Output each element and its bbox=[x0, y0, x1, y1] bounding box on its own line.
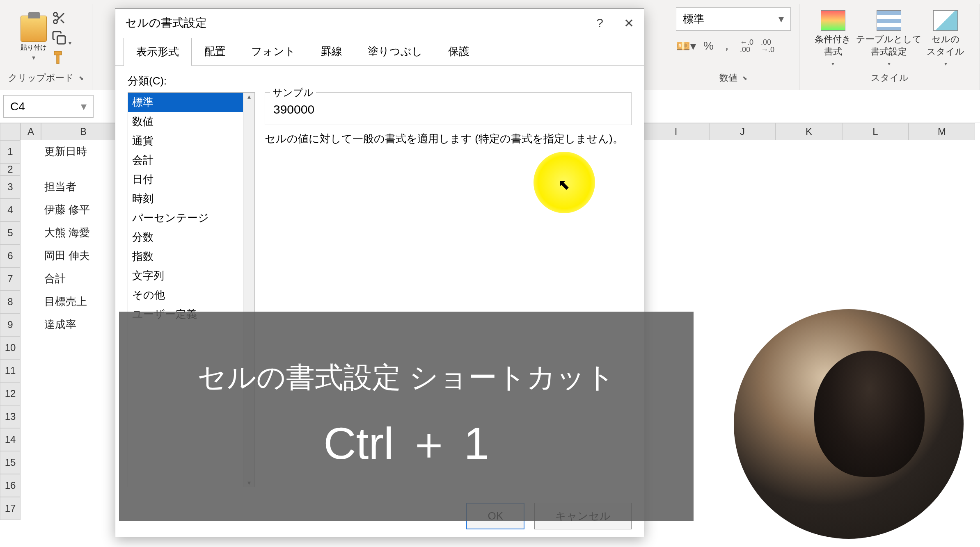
category-item[interactable]: 分数 bbox=[128, 228, 243, 247]
category-item[interactable]: パーセンテージ bbox=[128, 208, 243, 228]
svg-point-1 bbox=[54, 20, 57, 23]
row-header[interactable]: 2 bbox=[0, 163, 21, 175]
close-button[interactable]: ✕ bbox=[624, 16, 634, 30]
column-header[interactable]: B bbox=[41, 123, 126, 140]
category-item[interactable]: 会計 bbox=[128, 150, 243, 170]
ribbon-group-styles: 条件付き 書式 ▾ テーブルとして 書式設定 ▾ セルの スタイル ▾ スタイル bbox=[799, 4, 980, 90]
comma-button[interactable]: ， bbox=[721, 38, 733, 54]
svg-point-0 bbox=[54, 12, 57, 16]
decrease-decimal-button[interactable]: .00→.0 bbox=[761, 39, 774, 53]
row-header[interactable]: 13 bbox=[0, 405, 21, 428]
row-header[interactable]: 4 bbox=[0, 198, 21, 221]
ribbon-group-number: 標準 ▾ 💴▾ % ， ←.0.00 .00→.0 数値 ⬊ bbox=[668, 4, 799, 90]
number-format-dropdown[interactable]: 標準 ▾ bbox=[676, 7, 791, 31]
tab-number-format[interactable]: 表示形式 bbox=[124, 38, 192, 66]
row-header[interactable]: 17 bbox=[0, 497, 21, 520]
currency-button[interactable]: 💴▾ bbox=[676, 39, 696, 53]
tab-fill[interactable]: 塗りつぶし bbox=[355, 37, 435, 65]
category-item[interactable]: 標準 bbox=[128, 93, 243, 112]
row-header[interactable]: 6 bbox=[0, 244, 21, 267]
chevron-down-icon: ▾ bbox=[944, 60, 947, 67]
column-header[interactable]: K bbox=[776, 123, 842, 140]
row-header[interactable]: 5 bbox=[0, 221, 21, 244]
row-header[interactable]: 9 bbox=[0, 313, 21, 336]
format-description: セルの値に対して一般の書式を適用します (特定の書式を指定しません)。 bbox=[265, 132, 632, 146]
row-header[interactable]: 1 bbox=[0, 140, 21, 163]
format-painter-button[interactable] bbox=[52, 50, 71, 66]
number-format-selected: 標準 bbox=[683, 12, 704, 26]
category-label: 分類(C): bbox=[128, 74, 632, 88]
cell[interactable]: 合計 bbox=[41, 267, 69, 290]
tab-alignment[interactable]: 配置 bbox=[192, 37, 238, 65]
chevron-down-icon: ▾ bbox=[831, 60, 834, 67]
ribbon-group-clipboard: 貼り付け ▾ ▾ クリップボード ⬊ bbox=[0, 4, 92, 90]
tab-border[interactable]: 罫線 bbox=[308, 37, 355, 65]
increase-decimal-button[interactable]: ←.0.00 bbox=[740, 39, 753, 53]
row-header[interactable]: 10 bbox=[0, 336, 21, 359]
select-all-corner[interactable] bbox=[0, 123, 21, 140]
cell[interactable]: 大熊 海愛 bbox=[41, 221, 93, 244]
column-header[interactable]: M bbox=[909, 123, 975, 140]
dialog-titlebar[interactable]: セルの書式設定 ? ✕ bbox=[115, 9, 644, 37]
paste-button[interactable]: 貼り付け ▾ bbox=[21, 16, 47, 62]
sample-frame: サンプル 390000 bbox=[265, 92, 632, 125]
styles-group-label: スタイル bbox=[871, 72, 909, 84]
dialog-tabs: 表示形式 配置 フォント 罫線 塗りつぶし 保護 bbox=[115, 37, 644, 66]
column-header[interactable]: J bbox=[709, 123, 776, 140]
cell[interactable]: 目標売上 bbox=[41, 290, 90, 313]
row-header[interactable]: 11 bbox=[0, 359, 21, 382]
row-header[interactable]: 16 bbox=[0, 474, 21, 497]
cell[interactable]: 伊藤 修平 bbox=[41, 198, 93, 221]
chevron-down-icon: ▾ bbox=[32, 54, 35, 62]
column-header[interactable]: I bbox=[643, 123, 709, 140]
category-item[interactable]: 時刻 bbox=[128, 189, 243, 208]
caption-line2: Ctrl ＋ 1 bbox=[323, 413, 489, 474]
chevron-down-icon: ▾ bbox=[888, 60, 891, 67]
column-header[interactable]: L bbox=[842, 123, 909, 140]
cell[interactable]: 岡田 伸夫 bbox=[41, 244, 93, 267]
sample-value: 390000 bbox=[273, 99, 623, 116]
table-icon bbox=[877, 10, 901, 31]
clipboard-launcher-icon[interactable]: ⬊ bbox=[79, 75, 84, 81]
help-button[interactable]: ? bbox=[596, 16, 603, 30]
row-header[interactable]: 3 bbox=[0, 175, 21, 198]
name-box[interactable]: C4 ▾ bbox=[3, 95, 94, 118]
row-header[interactable]: 7 bbox=[0, 267, 21, 290]
category-item[interactable]: 指数 bbox=[128, 247, 243, 266]
copy-button[interactable]: ▾ bbox=[52, 30, 71, 47]
conditional-format-icon bbox=[821, 10, 845, 31]
number-launcher-icon[interactable]: ⬊ bbox=[742, 75, 747, 81]
cell[interactable]: 更新日時 bbox=[41, 140, 90, 163]
cut-button[interactable] bbox=[52, 11, 71, 27]
number-group-label: 数値 bbox=[719, 72, 737, 84]
cell[interactable]: 達成率 bbox=[41, 313, 80, 336]
column-header[interactable]: A bbox=[21, 123, 41, 140]
tab-protection[interactable]: 保護 bbox=[435, 37, 482, 65]
chevron-down-icon: ▾ bbox=[81, 100, 87, 113]
tab-font[interactable]: フォント bbox=[238, 37, 308, 65]
row-header[interactable]: 8 bbox=[0, 290, 21, 313]
sample-label: サンプル bbox=[270, 86, 316, 99]
category-item[interactable]: 数値 bbox=[128, 112, 243, 131]
cell-styles-button[interactable]: セルの スタイル ▾ bbox=[927, 10, 964, 67]
dialog-title: セルの書式設定 bbox=[125, 15, 207, 31]
clipboard-group-label: クリップボード bbox=[8, 72, 74, 84]
format-as-table-button[interactable]: テーブルとして 書式設定 ▾ bbox=[856, 10, 922, 67]
clipboard-icon bbox=[21, 16, 47, 42]
paste-label: 貼り付け bbox=[21, 43, 47, 52]
category-item[interactable]: 文字列 bbox=[128, 266, 243, 285]
category-item[interactable]: その他 bbox=[128, 285, 243, 305]
row-header[interactable]: 12 bbox=[0, 382, 21, 405]
name-box-value: C4 bbox=[10, 100, 25, 113]
percent-button[interactable]: % bbox=[703, 39, 714, 52]
chevron-down-icon: ▾ bbox=[779, 13, 784, 25]
category-item[interactable]: 日付 bbox=[128, 170, 243, 189]
category-item[interactable]: 通貨 bbox=[128, 131, 243, 150]
scroll-up-icon[interactable]: ▴ bbox=[247, 93, 251, 100]
conditional-format-button[interactable]: 条件付き 書式 ▾ bbox=[815, 10, 851, 67]
svg-rect-2 bbox=[57, 36, 66, 44]
row-header[interactable]: 14 bbox=[0, 428, 21, 451]
row-header[interactable]: 15 bbox=[0, 451, 21, 474]
caption-line1: セルの書式設定 ショートカット bbox=[197, 358, 615, 397]
cell[interactable]: 担当者 bbox=[41, 175, 80, 198]
